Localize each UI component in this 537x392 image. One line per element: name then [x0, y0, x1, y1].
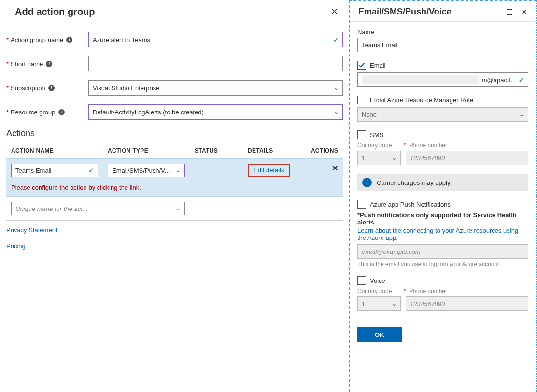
email-sms-push-voice-panel: Email/SMS/Push/Voice ✕ Name Teams Email	[349, 0, 537, 392]
arm-role-label: Email Azure Resource Manager Role	[370, 97, 473, 104]
pricing-link[interactable]: Pricing	[6, 242, 343, 250]
col-status: STATUS	[190, 143, 243, 158]
info-icon: i	[362, 178, 372, 187]
voice-checkbox[interactable]	[357, 276, 366, 285]
info-icon[interactable]	[58, 109, 65, 115]
ok-button[interactable]: OK	[357, 327, 402, 342]
carrier-note: i Carrier charges may apply.	[357, 174, 528, 191]
edit-details-link[interactable]: Edit details	[248, 164, 290, 177]
push-hint: This is the email you use to log into yo…	[357, 261, 528, 267]
actions-table: ACTION NAME ACTION TYPE STATUS DETAILS A…	[6, 143, 343, 221]
resource-group-label: * Resource group	[6, 109, 88, 116]
voice-label: Voice	[370, 277, 385, 284]
panel-title: Email/SMS/Push/Voice	[358, 7, 452, 17]
push-learn-link[interactable]: Learn about the connecting to your Azure…	[357, 227, 528, 241]
col-action-type: ACTION TYPE	[103, 143, 190, 158]
redacted-email	[362, 75, 479, 84]
actions-heading: Actions	[6, 128, 343, 139]
arm-role-select[interactable]: None ⌄	[357, 107, 528, 122]
col-actions: ACTIONS	[296, 143, 343, 158]
push-checkbox[interactable]	[357, 200, 366, 209]
subscription-select[interactable]: Visual Studio Enterprise ⌄	[88, 80, 343, 96]
close-icon[interactable]: ✕	[329, 4, 340, 19]
voice-phone-input[interactable]: 1234567890	[406, 296, 528, 311]
name-label: Name	[357, 28, 528, 36]
sms-checkbox[interactable]	[357, 130, 366, 139]
checkmark-icon: ✓	[519, 76, 524, 84]
email-input[interactable]: m@apac.t... ✓	[357, 72, 528, 87]
name-input[interactable]: Teams Email	[357, 38, 528, 52]
chevron-down-icon: ⌄	[392, 300, 396, 307]
phone-number-label: * Phone number	[403, 288, 447, 294]
checkmark-icon: ✓	[88, 167, 94, 174]
push-email-input[interactable]: email@example.com	[357, 244, 528, 259]
action-name-input[interactable]: Unique name for the act...	[11, 202, 98, 215]
checkmark-icon: ✓	[333, 36, 339, 43]
action-group-name-input[interactable]: Azure alert to Teams ✓	[88, 32, 343, 47]
chevron-down-icon: ⌄	[519, 111, 524, 118]
short-name-label: * Short name	[6, 60, 88, 68]
phone-number-label: * Phone number	[403, 142, 447, 149]
info-icon[interactable]	[46, 61, 52, 67]
chevron-down-icon: ⌄	[176, 205, 181, 212]
chevron-down-icon: ⌄	[334, 109, 339, 115]
row-error-text: Please configure the action by clicking …	[11, 184, 141, 191]
action-type-select[interactable]: ⌄	[108, 202, 185, 215]
sms-phone-input[interactable]: 1234567890	[406, 151, 528, 165]
add-action-group-panel: Add action group ✕ * Action group name A…	[0, 0, 349, 392]
voice-country-code-select[interactable]: 1 ⌄	[357, 296, 401, 311]
action-group-name-label: * Action group name	[6, 36, 88, 43]
email-label: Email	[370, 62, 386, 69]
sms-label: SMS	[370, 131, 383, 139]
col-action-name: ACTION NAME	[6, 143, 103, 158]
info-icon[interactable]	[66, 37, 72, 43]
country-code-label: Country code	[357, 142, 392, 149]
info-icon[interactable]	[48, 85, 55, 91]
table-row: Teams Email ✓ Email/SMS/Push/V... ⌄	[6, 158, 343, 182]
chevron-down-icon: ⌄	[334, 84, 339, 91]
col-details: DETAILS	[243, 143, 296, 158]
chevron-down-icon: ⌄	[392, 154, 396, 161]
resource-group-select[interactable]: Default-ActivityLogAlerts (to be created…	[88, 104, 343, 120]
privacy-link[interactable]: Privacy Statement	[6, 226, 343, 234]
remove-row-icon[interactable]: ✕	[332, 164, 338, 172]
subscription-label: * Subscription	[6, 84, 88, 92]
country-code-label: Country code	[357, 288, 392, 294]
email-checkbox[interactable]	[357, 61, 366, 70]
close-icon[interactable]: ✕	[519, 5, 529, 18]
arm-role-checkbox[interactable]	[357, 96, 366, 104]
table-row: Unique name for the act... ⌄	[6, 196, 343, 221]
short-name-input[interactable]	[88, 56, 343, 71]
maximize-icon[interactable]	[507, 9, 512, 15]
action-name-input[interactable]: Teams Email ✓	[11, 164, 98, 177]
push-label: Azure app Push Notifications	[370, 201, 451, 208]
page-title: Add action group	[15, 6, 95, 17]
chevron-down-icon: ⌄	[176, 167, 181, 174]
push-note: *Push notifications only supported for S…	[357, 211, 528, 226]
sms-country-code-select[interactable]: 1 ⌄	[357, 151, 401, 165]
action-type-select[interactable]: Email/SMS/Push/V... ⌄	[108, 164, 185, 177]
